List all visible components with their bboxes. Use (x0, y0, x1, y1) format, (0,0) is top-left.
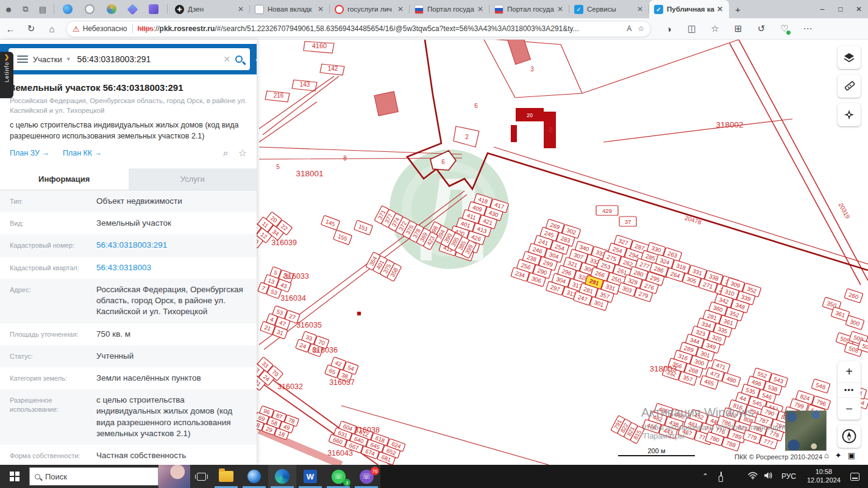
browser-tab-5[interactable]: ✓ Сервисы ✕ (569, 0, 649, 18)
pinned-favicon-diamond[interactable] (127, 4, 138, 15)
tab-close-icon[interactable]: ✕ (555, 5, 566, 13)
field-value[interactable]: 56:43:0318003:291 (96, 240, 247, 251)
tab-close-icon[interactable]: ✕ (315, 5, 326, 13)
tab-information[interactable]: Информация (0, 168, 129, 190)
split-screen-icon[interactable]: ◫ (683, 20, 701, 37)
pinned-favicon-ring[interactable] (85, 4, 94, 14)
parcel-box-361[interactable]: 361 (831, 307, 850, 321)
doc-search-icon[interactable]: ⌕ (223, 148, 229, 159)
favorites-icon[interactable]: ☆ (706, 20, 724, 37)
avatar[interactable] (158, 465, 190, 488)
taskbar-app-edge[interactable] (268, 465, 296, 488)
security-warning-label[interactable]: Небезопасно (83, 24, 127, 33)
basemap-toggle-icon[interactable]: ▣ (848, 451, 855, 460)
parcel-cluster-6[interactable]: 53274472131 (260, 304, 300, 342)
clock[interactable]: 10:58 12.01.2024 (801, 468, 847, 485)
tray-chevron-up-icon[interactable]: ⌃ (697, 472, 713, 481)
collapse-panel-icon[interactable]: ❮ (255, 55, 257, 64)
clear-search-icon[interactable]: ✕ (223, 54, 230, 64)
minimize-button[interactable]: – (813, 0, 831, 18)
tab-services[interactable]: Услуги (129, 168, 257, 190)
taskbar-app-whatsapp[interactable]: ☏ 3 (324, 465, 352, 488)
taskbar-app-viber[interactable]: ☏ 76 (352, 465, 380, 488)
minimap-satellite-preview[interactable] (785, 411, 827, 451)
settings-more-icon[interactable]: ⋯ (799, 20, 817, 37)
home-map-icon[interactable]: ⌂ (824, 451, 829, 460)
parcel-box-548[interactable]: 548 (811, 379, 830, 393)
compass-icon (841, 428, 857, 444)
new-tab-button[interactable]: + (729, 4, 747, 15)
locate-object-button[interactable] (838, 103, 861, 126)
browser-tab-2[interactable]: госуслуги лич ✕ (330, 0, 410, 18)
refresh-icon[interactable]: ↻ (21, 20, 41, 37)
browser-tab-0[interactable]: ✚ Дзен ✕ (170, 0, 250, 18)
tray-devices-icon[interactable] (713, 472, 729, 481)
layers-button[interactable] (838, 46, 861, 69)
profile-icon[interactable]: ☻ (0, 2, 17, 16)
taskbar-app-explorer[interactable] (212, 465, 240, 488)
task-view-button[interactable] (190, 465, 212, 488)
browser-tab-6[interactable]: ✓ Публичная ка ✕ (649, 0, 729, 18)
chevron-down-icon[interactable]: ▼ (66, 56, 71, 62)
menu-icon[interactable] (17, 56, 28, 63)
security-warning-icon[interactable]: ⚠ (73, 24, 80, 34)
read-aloud-icon[interactable]: A (627, 24, 631, 33)
home-icon[interactable]: ⌂ (41, 20, 62, 37)
zoom-in-button[interactable]: + (838, 361, 861, 383)
pinned-favicon-globe[interactable] (63, 4, 73, 14)
browser-tab-3[interactable]: Портал госуда ✕ (410, 0, 489, 18)
parcel-cluster-3[interactable]: 364401375358 (366, 252, 402, 281)
tab-group-icon[interactable]: ⧉ (17, 2, 34, 16)
page-content: Д (0, 40, 868, 465)
vertical-tabs-icon[interactable]: ▤ (34, 2, 51, 16)
pinned-favicon-purple[interactable] (149, 4, 158, 14)
zoom-options-button[interactable]: ••• (838, 383, 861, 398)
position-star-icon[interactable]: ✦ (835, 451, 842, 460)
compass-button[interactable] (838, 425, 861, 448)
url-field[interactable]: ⚠ Небезопасно https://pkk.rosreestr.ru/#… (66, 21, 651, 37)
pinned-favicon-swirl[interactable] (107, 4, 116, 14)
history-icon[interactable]: ↺ (752, 20, 770, 37)
copilot-icon[interactable]: ◑ (660, 20, 678, 37)
parcel-box-429[interactable]: 429 (596, 206, 618, 215)
tab-close-icon[interactable]: ✕ (475, 5, 486, 13)
search-icon[interactable] (235, 56, 243, 63)
tab-close-icon[interactable]: ✕ (235, 5, 246, 13)
taskbar-app-word[interactable]: W (296, 465, 324, 488)
start-button[interactable] (0, 465, 29, 488)
restore-button[interactable]: □ (831, 0, 850, 18)
plan-zu-link[interactable]: План ЗУ → (10, 149, 49, 157)
taskbar-search[interactable]: Поиск (29, 467, 158, 486)
search-input[interactable] (77, 54, 219, 64)
tab-close-icon[interactable]: ✕ (714, 5, 725, 13)
star-icon[interactable]: ☆ (238, 147, 247, 159)
notification-center-icon[interactable] (850, 473, 859, 481)
tab-close-icon[interactable]: ✕ (635, 5, 646, 13)
volume-icon[interactable] (761, 472, 777, 481)
favorite-star-icon[interactable]: ☆ (638, 24, 644, 33)
letinfo-extension-tab[interactable]: ❯ Letinfo (0, 52, 13, 98)
back-icon[interactable]: ← (0, 20, 21, 37)
parcel-box-155[interactable]: 155 (333, 230, 352, 245)
browser-tab-4[interactable]: Портал госуда ✕ (489, 0, 569, 18)
parcel-cluster-25[interactable]: 791822821815 (611, 415, 644, 444)
wifi-icon[interactable] (745, 472, 761, 481)
browser-tabbar: ☻ ⧉ ▤ ✚ Дзен ✕ Новая вкладк ✕ госуслуги … (0, 0, 868, 18)
field-value[interactable]: 56:43:0318003 (96, 262, 247, 273)
tab-close-icon[interactable]: ✕ (395, 5, 406, 13)
measure-button[interactable] (838, 74, 861, 98)
collections-icon[interactable]: ⊞ (729, 20, 747, 37)
parcel-box-37[interactable]: 37 (619, 217, 636, 226)
browser-tab-1[interactable]: Новая вкладк ✕ (250, 0, 330, 18)
taskbar-app-photos[interactable] (240, 465, 268, 488)
parcel-box-300[interactable]: 300 (845, 315, 864, 330)
browser-essentials-icon[interactable]: ♡ (775, 20, 794, 37)
language-indicator[interactable]: РУС (777, 472, 801, 481)
parcel-box-151[interactable]: 151 (354, 220, 373, 235)
zoom-out-button[interactable]: − (838, 398, 861, 420)
parcel-box-145[interactable]: 145 (321, 215, 340, 230)
search-category-select[interactable]: Участки (33, 55, 62, 64)
close-button[interactable]: ✕ (850, 0, 868, 18)
parcel-box-260[interactable]: 260 (844, 289, 863, 303)
plan-kk-link[interactable]: План КК → (63, 149, 102, 157)
